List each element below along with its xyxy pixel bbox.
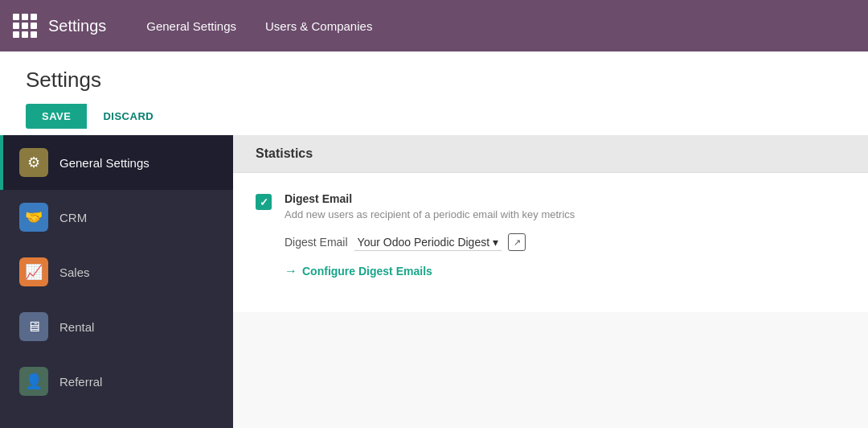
external-link-icon[interactable]: ↗: [508, 233, 526, 251]
digest-email-field-label: Digest Email: [285, 236, 348, 249]
top-nav: General Settings Users & Companies: [132, 13, 387, 39]
nav-general-settings[interactable]: General Settings: [132, 13, 251, 39]
digest-email-description: Add new users as recipient of a periodic…: [285, 208, 845, 220]
sales-icon: 📈: [19, 257, 48, 286]
content-area: Statistics Digest Email Add new users as…: [233, 135, 868, 428]
sidebar-item-general-settings[interactable]: ⚙ General Settings: [0, 135, 233, 190]
digest-email-select[interactable]: Your Odoo Periodic Digest ▾: [354, 234, 502, 251]
rental-icon: 🖥: [19, 312, 48, 341]
configure-digest-emails-label: Configure Digest Emails: [302, 265, 432, 278]
digest-email-select-value: Your Odoo Periodic Digest: [358, 236, 489, 249]
sidebar-item-rental[interactable]: 🖥 Rental: [0, 299, 233, 354]
digest-email-checkbox[interactable]: [256, 194, 272, 210]
sidebar-label-sales: Sales: [59, 265, 90, 279]
configure-digest-emails-link[interactable]: Configure Digest Emails: [285, 264, 845, 278]
sidebar-label-referral: Referral: [59, 375, 102, 389]
sidebar-label-general-settings: General Settings: [59, 156, 149, 170]
section-body: Digest Email Add new users as recipient …: [233, 173, 868, 312]
dropdown-arrow-icon: ▾: [493, 236, 498, 249]
nav-users-companies[interactable]: Users & Companies: [251, 13, 387, 39]
sidebar-item-crm[interactable]: 🤝 CRM: [0, 190, 233, 245]
general-settings-icon: ⚙: [19, 148, 48, 177]
discard-button[interactable]: DISCARD: [87, 104, 170, 129]
page-title: Settings: [26, 68, 842, 93]
grid-icon: [13, 14, 37, 38]
main-layout: ⚙ General Settings 🤝 CRM 📈 Sales 🖥 Renta…: [0, 135, 868, 428]
referral-icon: 👤: [19, 367, 48, 396]
digest-email-title: Digest Email: [285, 192, 845, 205]
topbar: Settings General Settings Users & Compan…: [0, 0, 868, 51]
digest-email-checkbox-area: [256, 194, 272, 210]
sidebar-item-sales[interactable]: 📈 Sales: [0, 245, 233, 299]
app-name: Settings: [48, 17, 106, 35]
sidebar-item-referral[interactable]: 👤 Referral: [0, 354, 233, 409]
digest-email-field-row: Digest Email Your Odoo Periodic Digest ▾…: [285, 233, 845, 251]
digest-email-info: Digest Email Add new users as recipient …: [285, 192, 845, 278]
action-bar: SAVE DISCARD: [26, 104, 842, 129]
sidebar: ⚙ General Settings 🤝 CRM 📈 Sales 🖥 Renta…: [0, 135, 233, 428]
app-logo[interactable]: Settings: [13, 14, 106, 38]
page-header: Settings SAVE DISCARD: [0, 51, 868, 135]
save-button[interactable]: SAVE: [26, 104, 87, 129]
section-statistics-header: Statistics: [233, 135, 868, 173]
digest-email-row: Digest Email Add new users as recipient …: [256, 192, 845, 278]
sidebar-label-crm: CRM: [59, 211, 87, 224]
section-title: Statistics: [256, 146, 313, 160]
crm-icon: 🤝: [19, 203, 48, 232]
sidebar-label-rental: Rental: [59, 320, 94, 334]
